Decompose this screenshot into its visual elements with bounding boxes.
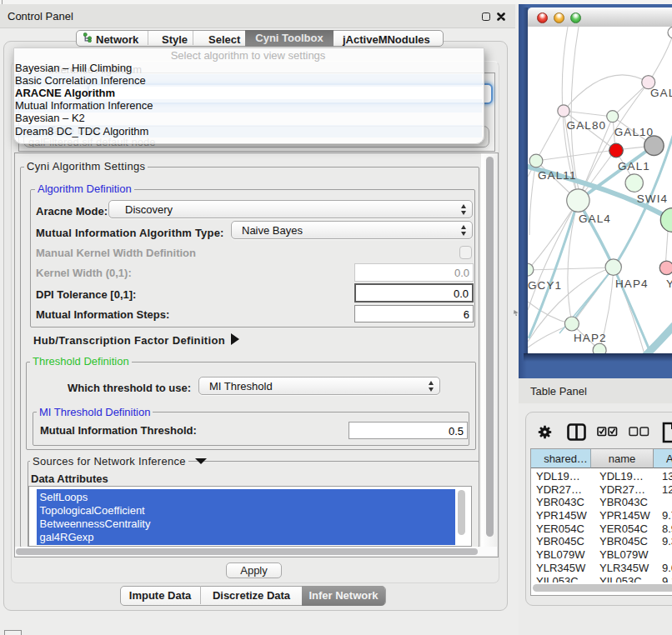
svg-text:SWI4: SWI4	[637, 192, 668, 205]
svg-text:GAL4: GAL4	[579, 212, 611, 225]
svg-text:GCY1: GCY1	[528, 279, 562, 292]
svg-text:HAP4: HAP4	[615, 278, 649, 290]
svg-text:GAL1: GAL1	[618, 160, 650, 172]
svg-text:Y: Y	[666, 278, 672, 290]
svg-text:GAL80: GAL80	[567, 119, 607, 132]
svg-text:HAP2: HAP2	[574, 332, 607, 344]
svg-text:GAL7: GAL7	[650, 87, 672, 99]
svg-text:GAL10: GAL10	[614, 126, 654, 138]
svg-text:GAL11: GAL11	[538, 169, 577, 182]
